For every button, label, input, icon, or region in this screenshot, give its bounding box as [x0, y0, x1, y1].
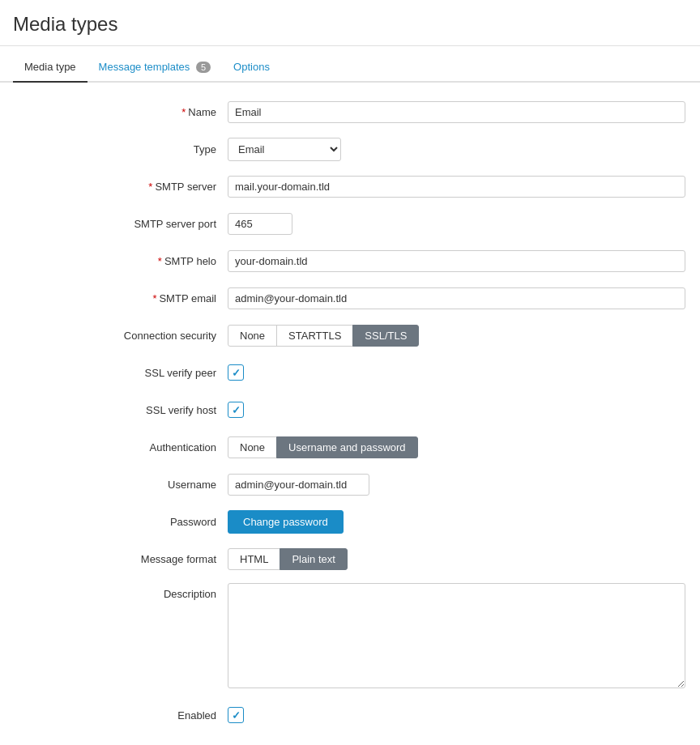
smtp-server-label: *SMTP server [13, 181, 228, 193]
smtp-helo-label: *SMTP helo [13, 255, 228, 267]
form-body: *Name Type Email SMS Jabber Ez Texting S… [0, 83, 700, 745]
smtp-server-input[interactable] [228, 176, 685, 198]
format-html-button[interactable]: HTML [228, 548, 280, 570]
auth-none-button[interactable]: None [228, 436, 277, 458]
smtp-helo-row: *SMTP helo [13, 248, 687, 274]
type-label: Type [13, 143, 228, 155]
enabled-row: Enabled [13, 702, 687, 728]
smtp-port-label: SMTP server port [13, 218, 228, 230]
smtp-email-row: *SMTP email [13, 285, 687, 311]
description-row: Description [13, 583, 687, 691]
type-row: Type Email SMS Jabber Ez Texting Script [13, 136, 687, 162]
description-textarea[interactable] [228, 583, 685, 688]
message-format-row: Message format HTML Plain text [13, 546, 687, 572]
password-row: Password Change password [13, 509, 687, 534]
change-password-button[interactable]: Change password [228, 510, 344, 534]
authentication-label: Authentication [13, 441, 228, 453]
connection-security-label: Connection security [13, 330, 228, 342]
ssl-verify-host-checkbox[interactable] [228, 402, 244, 418]
tab-message-templates[interactable]: Message templates 5 [88, 53, 222, 83]
username-label: Username [13, 479, 228, 491]
description-label: Description [13, 583, 228, 600]
type-select[interactable]: Email SMS Jabber Ez Texting Script [228, 138, 341, 161]
tab-media-type[interactable]: Media type [13, 53, 88, 83]
auth-username-password-button[interactable]: Username and password [276, 436, 418, 458]
tab-options[interactable]: Options [222, 53, 281, 83]
password-label: Password [13, 516, 228, 528]
format-plain-text-button[interactable]: Plain text [280, 548, 347, 570]
name-label: *Name [13, 106, 228, 118]
enabled-label: Enabled [13, 709, 228, 722]
tabs-bar: Media type Message templates 5 Options [0, 53, 700, 83]
ssl-verify-peer-row: SSL verify peer [13, 360, 687, 385]
smtp-helo-input[interactable] [228, 250, 685, 272]
ssl-verify-peer-checkbox[interactable] [228, 364, 244, 381]
ssl-verify-host-row: SSL verify host [13, 397, 687, 423]
name-row: *Name [13, 99, 687, 125]
smtp-server-row: *SMTP server [13, 173, 687, 199]
enabled-checkbox[interactable] [228, 707, 244, 723]
ssl-verify-host-label: SSL verify host [13, 404, 228, 416]
smtp-email-input[interactable] [228, 287, 685, 309]
message-format-label: Message format [13, 553, 228, 565]
username-row: Username [13, 471, 687, 497]
connection-starttls-button[interactable]: STARTTLS [276, 325, 353, 347]
authentication-row: Authentication None Username and passwor… [13, 434, 687, 460]
username-input[interactable] [228, 474, 369, 496]
smtp-email-label: *SMTP email [13, 292, 228, 304]
smtp-port-row: SMTP server port [13, 211, 687, 236]
name-input[interactable] [228, 101, 685, 123]
smtp-port-input[interactable] [228, 213, 292, 235]
connection-none-button[interactable]: None [228, 325, 277, 347]
page-title: Media types [13, 13, 687, 36]
connection-security-row: Connection security None STARTTLS SSL/TL… [13, 322, 687, 348]
connection-ssltls-button[interactable]: SSL/TLS [352, 325, 419, 347]
ssl-verify-peer-label: SSL verify peer [13, 367, 228, 379]
